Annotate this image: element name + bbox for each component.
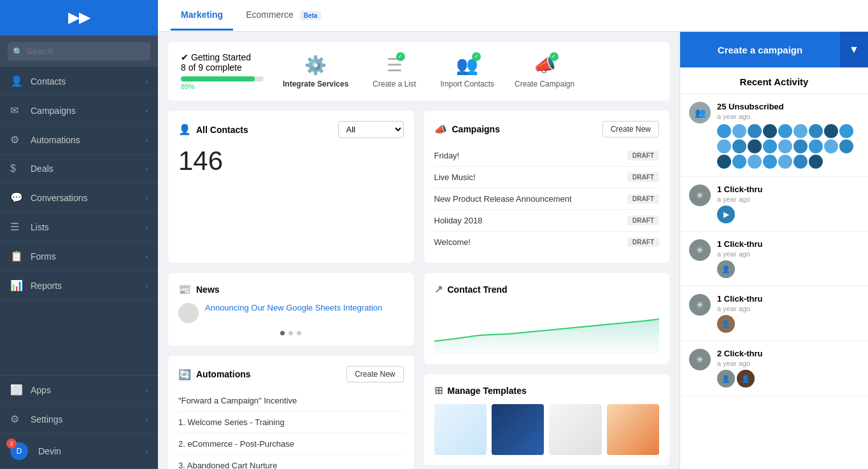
activity-action: 1 Click-thru bbox=[717, 185, 859, 194]
campaign-name: New Product Release Announcement bbox=[434, 194, 572, 204]
sidebar-item-settings[interactable]: ⚙ Settings › bbox=[0, 405, 158, 434]
tab-ecommerce[interactable]: Ecommerce Beta bbox=[236, 1, 331, 31]
check-badge: ✓ bbox=[396, 52, 405, 61]
campaigns-card-icon: 📣 bbox=[434, 123, 447, 136]
gs-step-label: Create a List bbox=[373, 80, 416, 88]
activity-list: 👥 25 Unsubscribed a year ago bbox=[680, 94, 868, 469]
campaigns-create-button[interactable]: Create New bbox=[602, 121, 659, 137]
sidebar-item-reports[interactable]: 📊 Reports › bbox=[0, 271, 158, 300]
automations-card-icon: 🔄 bbox=[178, 368, 191, 381]
news-dot[interactable] bbox=[280, 331, 285, 335]
double-avatar: 👤 👤 bbox=[717, 370, 859, 388]
template-thumb[interactable] bbox=[549, 404, 601, 455]
sidebar-item-label: Conversations bbox=[31, 193, 145, 203]
apps-icon: ⬜ bbox=[10, 384, 24, 396]
activity-content: 1 Click-thru a year ago 👤 bbox=[717, 294, 859, 333]
activity-content: 2 Click-thru a year ago 👤 👤 bbox=[717, 349, 859, 388]
draft-badge: DRAFT bbox=[627, 194, 659, 204]
cards-grid-row2: 📰 News Announcing Our New Google Sheets … bbox=[168, 273, 669, 469]
sidebar-item-apps[interactable]: ⬜ Apps › bbox=[0, 375, 158, 405]
mini-avatar bbox=[732, 139, 746, 153]
sidebar-item-conversations[interactable]: 💬 Conversations › bbox=[0, 183, 158, 213]
tab-marketing[interactable]: Marketing bbox=[171, 1, 233, 31]
auto-item[interactable]: 3. Abandoned Cart Nurture bbox=[178, 455, 404, 469]
automations-create-button[interactable]: Create New bbox=[346, 366, 403, 382]
campaign-icon: 📣 ✓ bbox=[534, 55, 556, 76]
news-card: 📰 News Announcing Our New Google Sheets … bbox=[168, 273, 414, 346]
campaign-item[interactable]: Friday! DRAFT bbox=[434, 145, 660, 167]
progress-bar-fill bbox=[181, 76, 255, 81]
manage-templates-card: ⊞ Manage Templates bbox=[424, 374, 670, 465]
sidebar-item-campaigns[interactable]: ✉ Campaigns › bbox=[0, 96, 158, 125]
news-dot[interactable] bbox=[297, 331, 301, 335]
news-title: News bbox=[196, 284, 220, 295]
automations-title: Automations bbox=[196, 369, 251, 379]
sidebar-item-forms[interactable]: 📋 Forms › bbox=[0, 242, 158, 271]
contacts-filter-select[interactable]: All This Week This Month bbox=[338, 121, 404, 138]
activity-item: ✳ 2 Click-thru a year ago 👤 👤 bbox=[680, 341, 868, 396]
right-panel: Create a campaign ▼ Recent Activity 👥 25… bbox=[679, 32, 868, 469]
check-badge: ✓ bbox=[550, 52, 559, 61]
chevron-right-icon: › bbox=[145, 78, 148, 85]
activity-content: 25 Unsubscribed a year ago bbox=[717, 102, 859, 169]
person-avatar: 👤 bbox=[717, 370, 735, 388]
activity-time: a year ago bbox=[717, 305, 859, 312]
activity-action: 1 Click-thru bbox=[717, 239, 859, 249]
auto-item[interactable]: 2. eCommerce - Post-Purchase bbox=[178, 433, 404, 455]
chevron-right-icon: › bbox=[145, 416, 148, 423]
automations-icon: ⚙ bbox=[10, 134, 24, 146]
activity-content: 1 Click-thru a year ago 👤 bbox=[717, 239, 859, 278]
sidebar-item-automations[interactable]: ⚙ Automations › bbox=[0, 125, 158, 155]
draft-badge: DRAFT bbox=[627, 237, 659, 247]
sidebar-item-label: Apps bbox=[31, 385, 145, 395]
campaigns-title: Campaigns bbox=[452, 124, 500, 134]
gs-step-campaign[interactable]: 📣 ✓ Create Campaign bbox=[515, 55, 574, 88]
activity-content: 1 Click-thru a year ago ▶ bbox=[717, 185, 859, 223]
mini-avatar bbox=[778, 139, 792, 153]
news-dot[interactable] bbox=[288, 331, 293, 335]
gs-step-import[interactable]: 👥 ✓ Import Contacts bbox=[440, 55, 494, 88]
campaign-item[interactable]: Welcome! DRAFT bbox=[434, 232, 660, 253]
chevron-right-icon: › bbox=[145, 447, 148, 455]
campaign-name: Live Music! bbox=[434, 172, 476, 182]
getting-started-card: ✔ Getting Started 8 of 9 complete 89% ⚙️… bbox=[168, 42, 669, 101]
campaign-item[interactable]: New Product Release Announcement DRAFT bbox=[434, 188, 660, 210]
mini-avatar bbox=[793, 139, 808, 153]
create-campaign-button[interactable]: Create a campaign bbox=[680, 32, 840, 67]
sidebar-item-contacts[interactable]: 👤 Contacts › bbox=[0, 67, 158, 96]
activity-icon: ✳ bbox=[689, 239, 711, 261]
contacts-filter[interactable]: All This Week This Month bbox=[338, 121, 404, 138]
sidebar-item-label: Settings bbox=[31, 414, 145, 424]
create-campaign-bar: Create a campaign ▼ bbox=[680, 32, 868, 67]
template-thumb[interactable] bbox=[492, 404, 544, 455]
sidebar: ▶▶ 🔍 👤 Contacts › ✉ Campaigns › ⚙ Automa… bbox=[0, 0, 158, 469]
contact-trend-card: ↗ Contact Trend bbox=[424, 273, 670, 364]
notification-badge: 2 bbox=[6, 438, 17, 449]
create-campaign-dropdown-button[interactable]: ▼ bbox=[840, 32, 868, 67]
auto-item[interactable]: "Forward a Campaign" Incentive bbox=[178, 390, 404, 412]
chevron-right-icon: › bbox=[145, 194, 148, 202]
template-thumb[interactable] bbox=[607, 404, 659, 455]
mini-avatar bbox=[824, 139, 838, 153]
chevron-right-icon: › bbox=[145, 223, 148, 231]
gs-step-integrate[interactable]: ⚙️ Integrate Services bbox=[283, 55, 348, 88]
activity-icon: 👥 bbox=[689, 102, 711, 123]
news-article-link[interactable]: Announcing Our New Google Sheets Integra… bbox=[205, 303, 382, 312]
news-dots bbox=[178, 331, 404, 335]
gs-step-list[interactable]: ☰ ✓ Create a List bbox=[369, 55, 420, 88]
trend-title: Contact Trend bbox=[448, 284, 508, 295]
auto-item[interactable]: 1. Welcome Series - Training bbox=[178, 412, 404, 433]
campaign-item[interactable]: Holiday 2018 DRAFT bbox=[434, 210, 660, 232]
sidebar-item-deals[interactable]: $ Deals › bbox=[0, 155, 158, 183]
sidebar-item-user[interactable]: D 2 Devin › bbox=[0, 434, 158, 469]
search-input[interactable] bbox=[8, 42, 150, 60]
sidebar-item-label: Lists bbox=[31, 222, 145, 232]
chevron-right-icon: › bbox=[145, 253, 148, 260]
sidebar-item-lists[interactable]: ☰ Lists › bbox=[0, 213, 158, 242]
activity-item: ✳ 1 Click-thru a year ago 👤 bbox=[680, 286, 868, 341]
chevron-right-icon: › bbox=[145, 165, 148, 172]
campaign-name: Holiday 2018 bbox=[434, 216, 483, 225]
play-icon[interactable]: ▶ bbox=[717, 206, 735, 223]
campaign-item[interactable]: Live Music! DRAFT bbox=[434, 167, 660, 188]
template-thumb[interactable] bbox=[434, 404, 487, 455]
